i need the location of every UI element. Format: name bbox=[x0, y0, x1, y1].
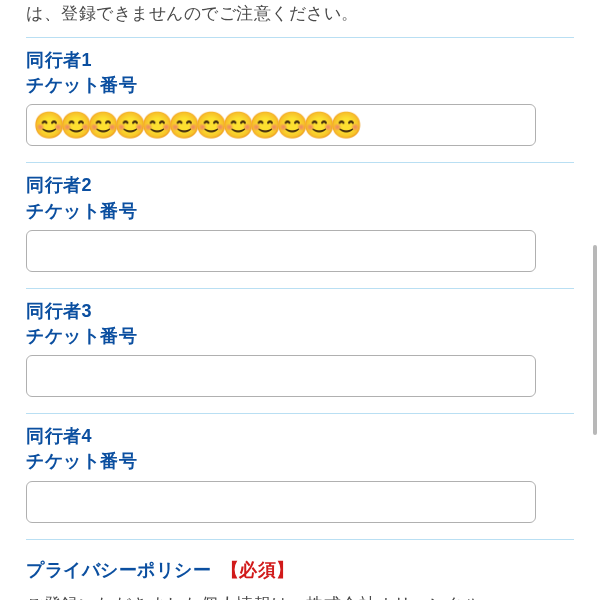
required-badge: 【必須】 bbox=[221, 560, 295, 580]
ticket-label-1: チケット番号 bbox=[26, 73, 574, 98]
companion-title-2: 同行者2 bbox=[26, 173, 574, 198]
privacy-policy-section: プライバシーポリシー 【必須】 ご登録いただきました個人情報は、株式会社オリエン… bbox=[26, 539, 574, 601]
ticket-label-2: チケット番号 bbox=[26, 199, 574, 224]
ticket-input-3[interactable] bbox=[26, 355, 536, 397]
ticket-input-4[interactable] bbox=[26, 481, 536, 523]
ticket-input-2[interactable] bbox=[26, 230, 536, 272]
privacy-policy-body: ご登録いただきました個人情報は、株式会社オリエンタル bbox=[26, 592, 574, 601]
ticket-label-3: チケット番号 bbox=[26, 324, 574, 349]
input-wrap-1 bbox=[26, 104, 574, 146]
privacy-policy-heading: プライバシーポリシー 【必須】 bbox=[26, 558, 574, 582]
companion-section-3: 同行者3 チケット番号 bbox=[26, 288, 574, 413]
companion-title-3: 同行者3 bbox=[26, 299, 574, 324]
input-wrap-3 bbox=[26, 355, 574, 397]
ticket-label-4: チケット番号 bbox=[26, 449, 574, 474]
companion-section-2: 同行者2 チケット番号 bbox=[26, 162, 574, 287]
companion-title-4: 同行者4 bbox=[26, 424, 574, 449]
input-wrap-4 bbox=[26, 481, 574, 523]
ticket-input-1[interactable] bbox=[26, 104, 536, 146]
input-wrap-2 bbox=[26, 230, 574, 272]
privacy-policy-title: プライバシーポリシー bbox=[26, 560, 211, 580]
form-page: は、登録できませんのでご注意ください。 同行者1 チケット番号 同行者2 チケッ… bbox=[0, 0, 600, 600]
notice-text: は、登録できませんのでご注意ください。 bbox=[26, 0, 574, 37]
companion-section-1: 同行者1 チケット番号 bbox=[26, 37, 574, 162]
scrollbar-thumb[interactable] bbox=[593, 245, 597, 435]
companion-title-1: 同行者1 bbox=[26, 48, 574, 73]
companion-section-4: 同行者4 チケット番号 bbox=[26, 413, 574, 538]
